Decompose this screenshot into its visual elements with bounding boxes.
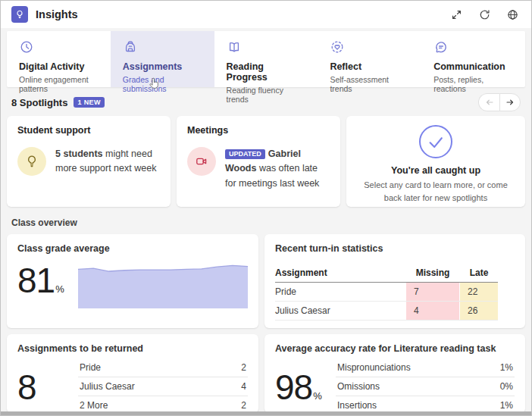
- to-return-count: 8: [17, 370, 78, 405]
- list-item: Insertions1%: [336, 396, 515, 413]
- spotlights-pager: [478, 93, 521, 111]
- video-camera-icon: [187, 147, 216, 176]
- list-item: Mispronunciations1%: [336, 358, 515, 377]
- tab-digital-activity[interactable]: Digital Activity Online engagement patte…: [7, 31, 111, 87]
- app-header: Insights: [1, 1, 531, 28]
- insights-app-window: Insights Digital Activity: [0, 0, 532, 416]
- turn-in-statistics-card: Recent turn-in statistics Assignment Mis…: [264, 234, 525, 328]
- spotlights-heading: 8 Spotlights: [11, 97, 67, 108]
- late-cell: 26: [460, 302, 498, 320]
- late-cell: 22: [460, 283, 498, 301]
- grade-average-card: Class grade average 81%: [7, 234, 258, 328]
- tab-sublabel: Grades and submissions: [123, 75, 202, 93]
- tab-sublabel: Posts, replies, reactions: [433, 75, 513, 93]
- insights-lightbulb-logo-icon: [11, 6, 28, 23]
- assignments-to-return-card: Assignments to be returned 8 Pride2 Juli…: [7, 334, 258, 413]
- globe-icon[interactable]: [505, 7, 521, 23]
- turn-in-table: Assignment Missing Late Pride 7 22 Juliu…: [275, 264, 515, 321]
- spotlight-message: 5 students might need more support next …: [55, 147, 160, 177]
- backpack-icon: [123, 39, 202, 56]
- expand-icon[interactable]: [449, 7, 465, 23]
- tab-label: Reflect: [330, 61, 409, 72]
- card-title: Meetings: [187, 125, 330, 136]
- refresh-icon[interactable]: [477, 7, 493, 23]
- to-return-list: Pride2 Julius Caesar4 2 More2: [78, 358, 248, 413]
- card-title: Class grade average: [17, 243, 248, 254]
- list-item: 2 More2: [78, 396, 248, 413]
- spotlight-card-meetings[interactable]: Meetings UPDATEDGabriel Woods was often …: [177, 116, 340, 207]
- missing-cell: 4: [406, 302, 459, 320]
- table-row: Julius Caesar 4 26: [275, 302, 498, 321]
- card-title: Recent turn-in statistics: [275, 243, 515, 254]
- spotlight-cards-row: Student support 5 students might need mo…: [7, 116, 525, 207]
- insights-tab-bar: Digital Activity Online engagement patte…: [7, 31, 525, 87]
- tab-communication[interactable]: Communication Posts, replies, reactions: [421, 31, 525, 87]
- tab-sublabel: Online engagement patterns: [19, 75, 99, 93]
- card-title: Assignments to be returned: [17, 343, 248, 354]
- page-title: Insights: [36, 8, 78, 20]
- chat-bubble-icon: [433, 39, 513, 56]
- tab-reading-progress[interactable]: Reading Progress Reading fluency trends: [214, 31, 318, 87]
- checkmark-circle-icon: [419, 125, 452, 158]
- spotlight-card-student-support[interactable]: Student support 5 students might need mo…: [7, 116, 171, 207]
- accuracy-rate-card: Average accuracy rate for Literature rea…: [264, 334, 525, 413]
- card-title: Average accuracy rate for Literature rea…: [275, 343, 515, 354]
- list-item: Omissions0%: [336, 377, 515, 396]
- clock-icon: [19, 39, 99, 56]
- tab-label: Assignments: [123, 61, 202, 72]
- class-overview-section-label: Class overview: [11, 217, 521, 228]
- updated-badge: UPDATED: [225, 149, 265, 159]
- missing-cell: 7: [406, 283, 459, 301]
- tab-label: Communication: [433, 61, 513, 72]
- lightbulb-icon: [17, 147, 46, 176]
- next-spotlights-button[interactable]: [499, 93, 521, 111]
- tab-label: Digital Activity: [19, 61, 99, 72]
- caught-up-title: You're all caught up: [357, 165, 515, 176]
- table-row: Pride 7 22: [275, 283, 498, 302]
- area-fill: [78, 265, 248, 308]
- grade-trend-chart: [78, 264, 248, 308]
- spotlight-message: UPDATEDGabriel Woods was often late for …: [225, 147, 330, 191]
- list-item: Julius Caesar4: [78, 377, 248, 396]
- tab-sublabel: Self-assessment trends: [330, 75, 409, 93]
- tab-label: Reading Progress: [227, 61, 306, 83]
- tab-sublabel: Reading fluency trends: [227, 86, 306, 104]
- grade-average-value: 81%: [17, 263, 64, 298]
- accuracy-list: Mispronunciations1% Omissions0% Insertio…: [336, 358, 515, 413]
- list-item: Pride2: [78, 358, 248, 377]
- tab-assignments[interactable]: Assignments Grades and submissions: [111, 31, 214, 87]
- spotlight-card-caught-up: You're all caught up Select any card to …: [346, 116, 525, 207]
- previous-spotlights-button[interactable]: [478, 93, 499, 111]
- tab-reflect[interactable]: Reflect Self-assessment trends: [318, 31, 421, 87]
- card-title: Student support: [17, 125, 160, 136]
- open-book-icon: [227, 39, 306, 56]
- reflect-heart-icon: [330, 39, 409, 56]
- accuracy-value: 98%: [275, 370, 336, 405]
- new-count-badge: 1 NEW: [74, 97, 105, 108]
- window-bottom-edge: [1, 411, 531, 415]
- caught-up-subtitle: Select any card to learn more, or come b…: [357, 179, 515, 204]
- class-overview-grid: Class grade average 81% Recent turn-in s…: [7, 234, 525, 413]
- table-header-row: Assignment Missing Late: [275, 264, 498, 283]
